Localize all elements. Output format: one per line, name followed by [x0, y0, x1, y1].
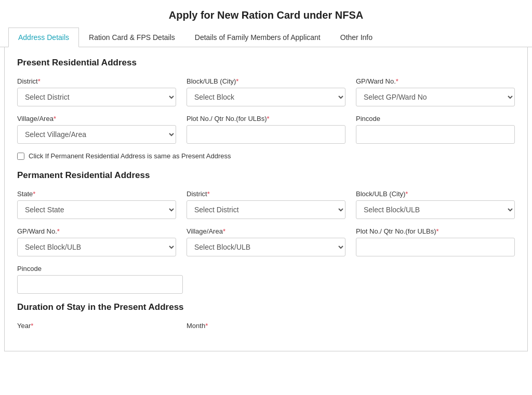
- present-gpward-label: GP/Ward No.*: [356, 77, 515, 85]
- present-pincode-input[interactable]: [356, 125, 515, 144]
- present-row-1: District* Select District Block/ULB (Cit…: [17, 77, 515, 106]
- present-gpward-select[interactable]: Select GP/Ward No: [356, 88, 515, 106]
- permanent-gpward-group: GP/Ward No.* Select Block/ULB: [17, 227, 176, 256]
- permanent-village-select[interactable]: Select Block/ULB: [187, 238, 345, 256]
- present-village-group: Village/Area* Select Village/Area: [17, 115, 176, 144]
- present-plot-label: Plot No./ Qtr No.(for ULBs)*: [187, 115, 345, 122]
- duration-year-label: Year*: [17, 322, 176, 330]
- same-address-label: Click If Permanent Residential Address i…: [29, 152, 231, 160]
- permanent-block-select[interactable]: Select Block/ULB: [356, 200, 515, 219]
- present-gpward-group: GP/Ward No.* Select GP/Ward No: [356, 77, 515, 106]
- present-block-select[interactable]: Select Block: [187, 88, 345, 106]
- permanent-gpward-select[interactable]: Select Block/ULB: [17, 238, 176, 256]
- permanent-district-select[interactable]: Select District: [187, 200, 345, 219]
- permanent-pincode-group: Pincode: [17, 265, 183, 294]
- permanent-village-group: Village/Area* Select Block/ULB: [187, 227, 345, 256]
- permanent-address-title: Permanent Residential Address: [17, 170, 515, 181]
- duration-filler: [356, 322, 515, 332]
- permanent-row-2: GP/Ward No.* Select Block/ULB Village/Ar…: [17, 227, 515, 256]
- tab-other-info[interactable]: Other Info: [330, 28, 382, 47]
- permanent-district-group: District* Select District: [187, 190, 345, 219]
- permanent-state-group: State* Select State: [17, 190, 176, 219]
- permanent-row-1: State* Select State District* Select Dis…: [17, 190, 515, 219]
- present-plot-input[interactable]: [187, 125, 345, 144]
- permanent-plot-group: Plot No./ Qtr No.(for ULBs)*: [356, 227, 515, 256]
- present-district-group: District* Select District: [17, 77, 176, 106]
- permanent-pincode-label: Pincode: [17, 265, 183, 273]
- tab-address-details[interactable]: Address Details: [8, 28, 79, 47]
- present-pincode-label: Pincode: [356, 115, 515, 122]
- tab-ration-card-fps[interactable]: Ration Card & FPS Details: [79, 28, 185, 47]
- permanent-gpward-label: GP/Ward No.*: [17, 227, 176, 235]
- duration-year-group: Year*: [17, 322, 176, 332]
- present-block-group: Block/ULB (City)* Select Block: [187, 77, 345, 106]
- permanent-block-label: Block/ULB (City)*: [356, 190, 515, 198]
- permanent-district-label: District*: [187, 190, 345, 198]
- present-district-select[interactable]: Select District: [17, 88, 176, 106]
- permanent-state-label: State*: [17, 190, 176, 198]
- present-block-label: Block/ULB (City)*: [187, 77, 345, 85]
- present-plot-group: Plot No./ Qtr No.(for ULBs)*: [187, 115, 345, 144]
- permanent-pincode-input[interactable]: [17, 275, 183, 294]
- page-title: Apply for New Ration Card under NFSA: [0, 0, 532, 28]
- duration-title: Duration of Stay in the Present Address: [17, 302, 515, 312]
- present-district-label: District*: [17, 77, 176, 85]
- tab-bar: Address Details Ration Card & FPS Detail…: [0, 28, 532, 47]
- present-village-select[interactable]: Select Village/Area: [17, 125, 176, 144]
- present-address-title: Present Residential Address: [17, 58, 515, 68]
- permanent-row-3: Pincode: [17, 265, 515, 294]
- present-pincode-group: Pincode: [356, 115, 515, 144]
- duration-month-group: Month*: [187, 322, 345, 332]
- present-row-2: Village/Area* Select Village/Area Plot N…: [17, 115, 515, 144]
- permanent-block-group: Block/ULB (City)* Select Block/ULB: [356, 190, 515, 219]
- present-village-label: Village/Area*: [17, 115, 176, 122]
- form-container: Present Residential Address District* Se…: [4, 47, 528, 351]
- tab-family-members[interactable]: Details of Family Members of Applicant: [185, 28, 330, 47]
- same-address-checkbox[interactable]: [17, 153, 24, 160]
- permanent-village-label: Village/Area*: [187, 227, 345, 235]
- permanent-plot-input[interactable]: [356, 238, 515, 256]
- same-address-row: Click If Permanent Residential Address i…: [17, 152, 515, 160]
- duration-month-label: Month*: [187, 322, 345, 330]
- duration-row: Year* Month*: [17, 322, 515, 332]
- permanent-state-select[interactable]: Select State: [17, 200, 176, 219]
- duration-section: Duration of Stay in the Present Address …: [17, 302, 515, 332]
- permanent-plot-label: Plot No./ Qtr No.(for ULBs)*: [356, 227, 515, 235]
